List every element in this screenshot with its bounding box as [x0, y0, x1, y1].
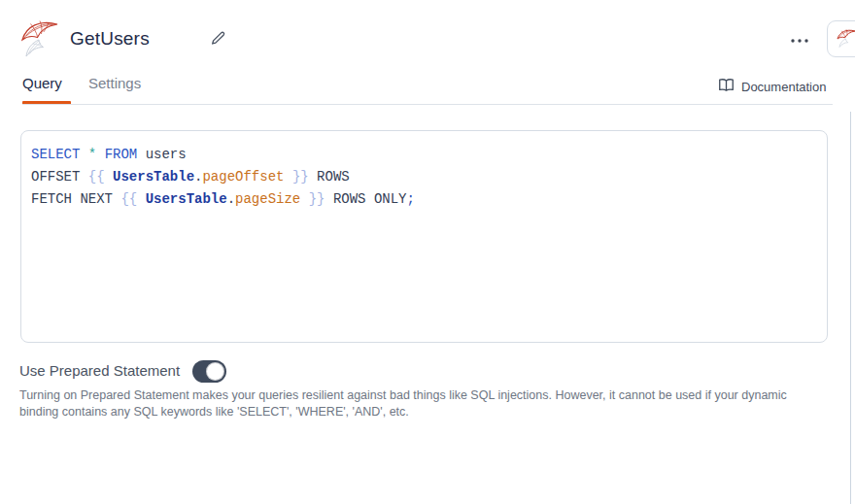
- datasource-button[interactable]: [827, 20, 855, 57]
- prepared-statement-label: Use Prepared Statement: [19, 362, 180, 379]
- ellipsis-icon: [790, 32, 809, 47]
- prepared-statement-help-text: Turning on Prepared Statement makes your…: [19, 387, 803, 420]
- tab-bar: Query Settings: [0, 68, 833, 105]
- code-line: FETCH NEXT {{ UsersTable.pageSize }} ROW…: [31, 188, 817, 211]
- tab-query[interactable]: Query: [22, 75, 62, 91]
- code-line: SELECT * FROM users: [31, 144, 817, 166]
- more-options-button[interactable]: [782, 27, 817, 50]
- prepared-statement-toggle[interactable]: [192, 360, 226, 383]
- pencil-icon: [210, 30, 226, 50]
- documentation-link[interactable]: Documentation: [718, 78, 826, 95]
- right-panel-divider: [850, 112, 851, 504]
- sql-server-logo-icon: [17, 13, 63, 63]
- edit-name-button[interactable]: [205, 28, 230, 51]
- documentation-label: Documentation: [741, 80, 826, 94]
- code-content: SELECT * FROM usersOFFSET {{ UsersTable.…: [31, 144, 817, 211]
- tab-settings[interactable]: Settings: [88, 75, 141, 91]
- query-editor[interactable]: SELECT * FROM usersOFFSET {{ UsersTable.…: [20, 130, 828, 343]
- toggle-knob: [206, 362, 224, 381]
- page-title: GetUsers: [70, 28, 150, 50]
- code-line: OFFSET {{ UsersTable.pageOffset }} ROWS: [31, 166, 817, 188]
- book-icon: [718, 78, 735, 95]
- sql-server-logo-icon: [835, 25, 855, 53]
- tab-bar-divider: [22, 104, 833, 105]
